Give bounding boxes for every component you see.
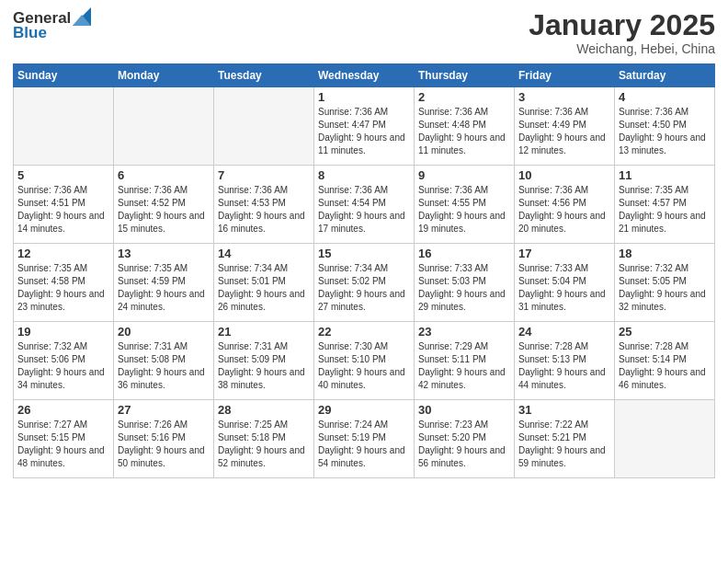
day-number: 27 xyxy=(118,403,210,417)
day-cell: 31Sunrise: 7:22 AM Sunset: 5:21 PM Dayli… xyxy=(515,400,615,478)
day-number: 26 xyxy=(17,403,109,417)
day-number: 12 xyxy=(17,247,109,260)
day-cell: 18Sunrise: 7:32 AM Sunset: 5:05 PM Dayli… xyxy=(615,244,715,322)
day-info: Sunrise: 7:36 AM Sunset: 4:54 PM Dayligh… xyxy=(318,184,410,236)
day-number: 28 xyxy=(218,403,310,417)
day-cell xyxy=(214,87,314,166)
day-info: Sunrise: 7:36 AM Sunset: 4:52 PM Dayligh… xyxy=(118,184,210,236)
day-info: Sunrise: 7:34 AM Sunset: 5:01 PM Dayligh… xyxy=(218,262,310,314)
day-info: Sunrise: 7:36 AM Sunset: 4:49 PM Dayligh… xyxy=(518,106,610,157)
day-number: 3 xyxy=(518,90,610,104)
weekday-monday: Monday xyxy=(114,64,214,87)
day-number: 18 xyxy=(619,247,711,260)
day-cell: 15Sunrise: 7:34 AM Sunset: 5:02 PM Dayli… xyxy=(314,244,415,322)
day-number: 7 xyxy=(218,168,310,182)
title-block: January 2025 Weichang, Hebei, China xyxy=(529,9,715,56)
day-cell: 11Sunrise: 7:35 AM Sunset: 4:57 PM Dayli… xyxy=(615,166,715,244)
day-cell: 22Sunrise: 7:30 AM Sunset: 5:10 PM Dayli… xyxy=(314,322,415,400)
week-row-2: 12Sunrise: 7:35 AM Sunset: 4:58 PM Dayli… xyxy=(14,244,715,322)
day-number: 14 xyxy=(218,247,310,260)
day-number: 25 xyxy=(619,325,711,339)
day-info: Sunrise: 7:32 AM Sunset: 5:06 PM Dayligh… xyxy=(17,340,109,392)
day-cell: 16Sunrise: 7:33 AM Sunset: 5:03 PM Dayli… xyxy=(415,244,515,322)
day-cell: 26Sunrise: 7:27 AM Sunset: 5:15 PM Dayli… xyxy=(14,400,114,478)
day-number: 4 xyxy=(619,90,711,104)
day-info: Sunrise: 7:31 AM Sunset: 5:08 PM Dayligh… xyxy=(118,340,210,392)
day-number: 2 xyxy=(418,90,510,104)
day-number: 31 xyxy=(518,403,610,417)
day-cell xyxy=(615,400,715,478)
day-number: 20 xyxy=(118,325,210,339)
day-info: Sunrise: 7:24 AM Sunset: 5:19 PM Dayligh… xyxy=(318,419,410,470)
weekday-saturday: Saturday xyxy=(615,64,715,87)
weekday-friday: Friday xyxy=(515,64,615,87)
day-info: Sunrise: 7:30 AM Sunset: 5:10 PM Dayligh… xyxy=(318,340,410,392)
day-cell: 19Sunrise: 7:32 AM Sunset: 5:06 PM Dayli… xyxy=(14,322,114,400)
day-info: Sunrise: 7:26 AM Sunset: 5:16 PM Dayligh… xyxy=(118,419,210,470)
day-number: 11 xyxy=(619,168,711,182)
day-info: Sunrise: 7:27 AM Sunset: 5:15 PM Dayligh… xyxy=(17,419,109,470)
week-row-1: 5Sunrise: 7:36 AM Sunset: 4:51 PM Daylig… xyxy=(14,166,715,244)
day-number: 16 xyxy=(418,247,510,260)
day-info: Sunrise: 7:29 AM Sunset: 5:11 PM Dayligh… xyxy=(418,340,510,392)
day-number: 17 xyxy=(518,247,610,260)
day-cell: 13Sunrise: 7:35 AM Sunset: 4:59 PM Dayli… xyxy=(114,244,214,322)
day-cell: 7Sunrise: 7:36 AM Sunset: 4:53 PM Daylig… xyxy=(214,166,314,244)
day-info: Sunrise: 7:36 AM Sunset: 4:47 PM Dayligh… xyxy=(318,106,410,157)
day-info: Sunrise: 7:36 AM Sunset: 4:48 PM Dayligh… xyxy=(418,106,510,157)
weekday-sunday: Sunday xyxy=(14,64,114,87)
weekday-tuesday: Tuesday xyxy=(214,64,314,87)
month-title: January 2025 xyxy=(529,9,715,41)
day-cell: 8Sunrise: 7:36 AM Sunset: 4:54 PM Daylig… xyxy=(314,166,415,244)
day-cell: 9Sunrise: 7:36 AM Sunset: 4:55 PM Daylig… xyxy=(415,166,515,244)
day-info: Sunrise: 7:36 AM Sunset: 4:56 PM Dayligh… xyxy=(518,184,610,236)
day-info: Sunrise: 7:36 AM Sunset: 4:53 PM Dayligh… xyxy=(218,184,310,236)
day-info: Sunrise: 7:28 AM Sunset: 5:14 PM Dayligh… xyxy=(619,340,711,392)
day-info: Sunrise: 7:22 AM Sunset: 5:21 PM Dayligh… xyxy=(518,419,610,470)
day-number: 22 xyxy=(318,325,410,339)
day-info: Sunrise: 7:33 AM Sunset: 5:03 PM Dayligh… xyxy=(418,262,510,314)
day-info: Sunrise: 7:23 AM Sunset: 5:20 PM Dayligh… xyxy=(418,419,510,470)
day-number: 13 xyxy=(118,247,210,260)
day-cell: 3Sunrise: 7:36 AM Sunset: 4:49 PM Daylig… xyxy=(515,87,615,166)
day-info: Sunrise: 7:34 AM Sunset: 5:02 PM Dayligh… xyxy=(318,262,410,314)
day-cell: 27Sunrise: 7:26 AM Sunset: 5:16 PM Dayli… xyxy=(114,400,214,478)
day-info: Sunrise: 7:33 AM Sunset: 5:04 PM Dayligh… xyxy=(518,262,610,314)
day-cell: 21Sunrise: 7:31 AM Sunset: 5:09 PM Dayli… xyxy=(214,322,314,400)
day-number: 15 xyxy=(318,247,410,260)
weekday-thursday: Thursday xyxy=(415,64,515,87)
logo: General Blue xyxy=(13,9,91,42)
day-number: 8 xyxy=(318,168,410,182)
day-cell: 1Sunrise: 7:36 AM Sunset: 4:47 PM Daylig… xyxy=(314,87,415,166)
weekday-wednesday: Wednesday xyxy=(314,64,415,87)
day-number: 10 xyxy=(518,168,610,182)
day-info: Sunrise: 7:35 AM Sunset: 4:58 PM Dayligh… xyxy=(17,262,109,314)
day-cell: 10Sunrise: 7:36 AM Sunset: 4:56 PM Dayli… xyxy=(515,166,615,244)
day-cell: 14Sunrise: 7:34 AM Sunset: 5:01 PM Dayli… xyxy=(214,244,314,322)
day-cell: 5Sunrise: 7:36 AM Sunset: 4:51 PM Daylig… xyxy=(14,166,114,244)
day-info: Sunrise: 7:35 AM Sunset: 4:57 PM Dayligh… xyxy=(619,184,711,236)
day-number: 6 xyxy=(118,168,210,182)
day-info: Sunrise: 7:36 AM Sunset: 4:51 PM Dayligh… xyxy=(17,184,109,236)
day-number: 5 xyxy=(17,168,109,182)
day-number: 1 xyxy=(318,90,410,104)
week-row-4: 26Sunrise: 7:27 AM Sunset: 5:15 PM Dayli… xyxy=(14,400,715,478)
weekday-header-row: SundayMondayTuesdayWednesdayThursdayFrid… xyxy=(14,64,715,87)
location-title: Weichang, Hebei, China xyxy=(529,41,715,56)
calendar: SundayMondayTuesdayWednesdayThursdayFrid… xyxy=(13,63,715,478)
day-cell: 30Sunrise: 7:23 AM Sunset: 5:20 PM Dayli… xyxy=(415,400,515,478)
day-cell: 4Sunrise: 7:36 AM Sunset: 4:50 PM Daylig… xyxy=(615,87,715,166)
day-info: Sunrise: 7:32 AM Sunset: 5:05 PM Dayligh… xyxy=(619,262,711,314)
day-number: 19 xyxy=(17,325,109,339)
day-info: Sunrise: 7:25 AM Sunset: 5:18 PM Dayligh… xyxy=(218,419,310,470)
day-info: Sunrise: 7:36 AM Sunset: 4:55 PM Dayligh… xyxy=(418,184,510,236)
day-cell: 25Sunrise: 7:28 AM Sunset: 5:14 PM Dayli… xyxy=(615,322,715,400)
day-cell: 17Sunrise: 7:33 AM Sunset: 5:04 PM Dayli… xyxy=(515,244,615,322)
logo-blue: Blue xyxy=(13,24,47,42)
day-cell: 23Sunrise: 7:29 AM Sunset: 5:11 PM Dayli… xyxy=(415,322,515,400)
week-row-0: 1Sunrise: 7:36 AM Sunset: 4:47 PM Daylig… xyxy=(14,87,715,166)
day-info: Sunrise: 7:36 AM Sunset: 4:50 PM Dayligh… xyxy=(619,106,711,157)
day-number: 9 xyxy=(418,168,510,182)
page: General Blue January 2025 Weichang, Hebe… xyxy=(0,0,728,563)
day-number: 23 xyxy=(418,325,510,339)
